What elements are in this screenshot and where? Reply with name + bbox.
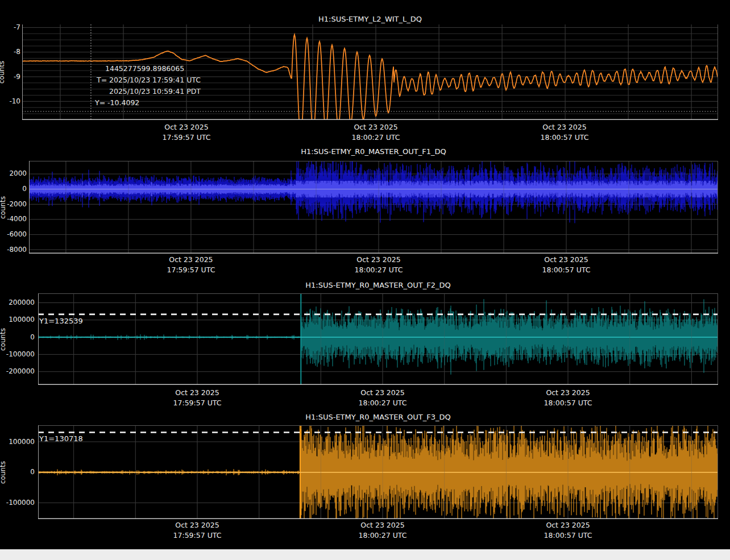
y-tick-label: -100000 [0, 499, 35, 507]
y-tick-label: -7 [0, 23, 20, 32]
y1-marker-label: Y1=132539 [39, 317, 83, 325]
plot-title: H1:SUS-ETMY_R0_MASTER_OUT_F3_DQ [38, 413, 718, 421]
y-tick-label: 100000 [0, 438, 35, 446]
cursor-readout-line: 2025/10/23 10:59:41 PDT [95, 86, 201, 97]
plot-area[interactable] [29, 161, 718, 254]
scope-window: H1:SUS-ETMY_L2_WIT_L_DQ counts -7-8-9-10… [0, 0, 730, 560]
x-tick-label: Oct 23 202518:00:57 UTC [524, 255, 609, 273]
plot-area[interactable] [38, 293, 718, 385]
plot-section-wit-l: H1:SUS-ETMY_L2_WIT_L_DQ counts -7-8-9-10… [0, 0, 730, 140]
y-tick-label: -8 [0, 48, 20, 56]
x-tick-label: Oct 23 202517:59:57 UTC [155, 520, 240, 538]
y-tick-label: -100000 [0, 350, 35, 359]
y-tick-label: -9 [0, 73, 20, 81]
plot-title: H1:SUS-ETMY_R0_MASTER_OUT_F1_DQ [29, 147, 718, 156]
status-bar [0, 549, 730, 560]
plot-area[interactable] [38, 425, 718, 519]
x-tick-label: Oct 23 202518:00:27 UTC [336, 255, 421, 273]
y-tick-label: -2000 [0, 200, 27, 209]
x-tick-label: Oct 23 202518:00:57 UTC [525, 520, 611, 538]
plot-section-master-out-f3: H1:SUS-ETMY_R0_MASTER_OUT_F3_DQ counts 1… [0, 405, 730, 538]
x-tick-label: Oct 23 202518:00:57 UTC [525, 388, 611, 405]
x-tick-label: Oct 23 202518:00:57 UTC [522, 122, 607, 140]
cursor-readout-line: T= 2025/10/23 17:59:41 UTC [95, 74, 201, 86]
plot-title: H1:SUS-ETMY_R0_MASTER_OUT_F2_DQ [38, 281, 718, 289]
plot-section-master-out-f2: H1:SUS-ETMY_R0_MASTER_OUT_F2_DQ counts 2… [0, 273, 730, 405]
y1-marker-label: Y1=130718 [39, 434, 83, 443]
y-tick-label: 200000 [0, 298, 35, 307]
x-tick-label: Oct 23 202518:00:27 UTC [333, 122, 418, 140]
x-tick-label: Oct 23 202517:59:57 UTC [144, 122, 229, 140]
y-tick-label: 0 [0, 185, 27, 193]
y-tick-label: 2000 [0, 169, 27, 178]
x-tick-label: Oct 23 202518:00:27 UTC [340, 520, 425, 538]
y-tick-label: -6000 [0, 230, 27, 239]
y-tick-label: 100000 [0, 316, 35, 324]
x-tick-label: Oct 23 202517:59:57 UTC [155, 388, 240, 405]
y-tick-label: -4000 [0, 215, 27, 223]
plot-title: H1:SUS-ETMY_L2_WIT_L_DQ [22, 15, 718, 23]
cursor-readout: 1445277599.8986065T= 2025/10/23 17:59:41… [95, 63, 201, 109]
y-tick-label: -8000 [0, 246, 27, 254]
x-tick-label: Oct 23 202518:00:27 UTC [340, 388, 425, 405]
y-tick-label: 0 [0, 468, 35, 476]
x-tick-label: Oct 23 202517:59:57 UTC [148, 255, 234, 273]
cursor-readout-line: 1445277599.8986065 [95, 63, 201, 74]
y-tick-label: 0 [0, 333, 35, 342]
cursor-readout-line: Y= -10.4092 [95, 97, 201, 109]
plot-section-master-out-f1: H1:SUS-ETMY_R0_MASTER_OUT_F1_DQ counts 2… [0, 140, 730, 273]
y-tick-label: -10 [0, 97, 20, 106]
y-tick-label: -200000 [0, 367, 35, 376]
